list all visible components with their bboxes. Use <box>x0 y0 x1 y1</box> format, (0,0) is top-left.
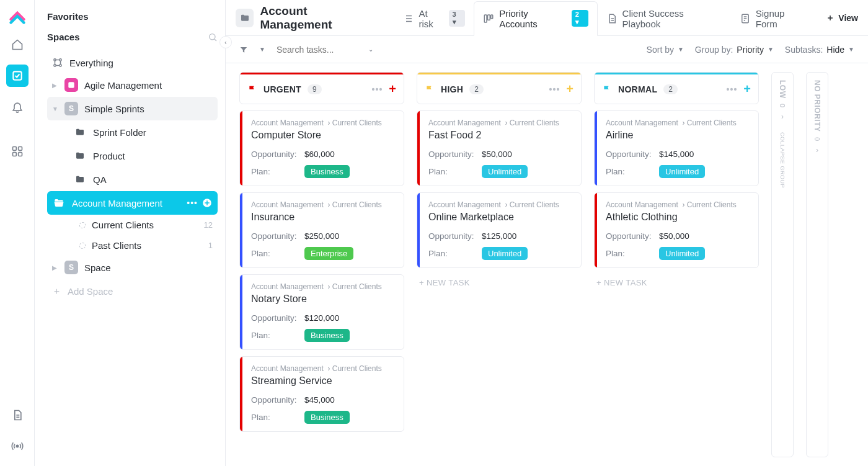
tab-badge: 3 ▾ <box>449 10 466 27</box>
task-card[interactable]: Account Management › Current Clients Air… <box>594 110 759 186</box>
add-icon[interactable] <box>202 197 213 208</box>
opportunity-value: $50,000 <box>482 150 512 159</box>
tab-badge: 2 ▾ <box>572 10 588 27</box>
document-icon[interactable] <box>6 404 29 426</box>
space-generic[interactable]: ▶ S Space <box>47 256 218 279</box>
field-label: Opportunity: <box>251 313 304 323</box>
column-add-button[interactable]: + <box>389 82 396 96</box>
field-label: Opportunity: <box>428 150 482 159</box>
subtasks-control[interactable]: Subtasks: Hide ▼ <box>785 45 854 55</box>
sidebar: Favorites Spaces Everything ▶ Agil <box>35 0 226 466</box>
card-title: Airline <box>606 130 750 141</box>
column-menu-icon[interactable]: ••• <box>549 84 560 94</box>
collapse-sidebar-button[interactable]: ‹ <box>219 36 232 48</box>
tasks-icon[interactable] <box>6 65 29 87</box>
task-card[interactable]: Account Management › Current Clients Onl… <box>417 192 582 268</box>
plan-badge: Unlimited <box>659 247 705 260</box>
opportunity-value: $60,000 <box>304 150 335 159</box>
more-icon[interactable]: ••• <box>187 198 198 208</box>
svg-rect-4 <box>18 153 22 156</box>
tab-label: At risk <box>418 8 443 29</box>
collapse-group-label: COLLAPSE GROUP <box>779 132 786 188</box>
search-icon[interactable] <box>208 32 218 42</box>
notifications-icon[interactable] <box>6 96 29 118</box>
svg-point-7 <box>54 59 56 61</box>
chevron-down-icon: ▼ <box>848 46 854 53</box>
svg-point-6 <box>210 34 215 39</box>
chevron-right-icon: › <box>781 112 784 121</box>
column-add-button[interactable]: + <box>743 82 751 96</box>
search-tasks[interactable]: ⌄ <box>277 45 401 55</box>
list-item[interactable]: Past Clients1 <box>68 235 218 256</box>
card-breadcrumb: Account Management › Current Clients <box>251 282 395 291</box>
plan-badge: Business <box>304 165 350 178</box>
everything-label: Everything <box>69 58 213 68</box>
column-count: 2 <box>663 84 678 94</box>
field-label: Plan: <box>428 249 482 258</box>
collapsed-count: 0 <box>779 104 786 107</box>
spaces-label: Spaces <box>47 32 80 42</box>
top-bar: Account Management At risk3 ▾Priority Ac… <box>226 0 868 36</box>
column-menu-icon[interactable]: ••• <box>372 84 383 94</box>
add-view-button[interactable]: ＋ View <box>826 12 858 24</box>
view-tab[interactable]: Priority Accounts2 ▾ <box>474 1 597 36</box>
apps-icon[interactable] <box>6 140 29 163</box>
column-menu-icon[interactable]: ••• <box>727 84 738 94</box>
folder-open-icon <box>52 196 66 210</box>
group-control[interactable]: Group by: Priority ▼ <box>695 45 774 55</box>
collapsed-column[interactable]: NO PRIORITY 0 › <box>806 72 828 457</box>
folder-label: Account Management <box>72 198 180 208</box>
folder-item[interactable]: Product <box>68 144 218 168</box>
task-card[interactable]: Account Management › Current Clients Ath… <box>594 192 759 268</box>
plan-badge: Unlimited <box>659 165 705 178</box>
subtasks-label: Subtasks: <box>785 45 823 55</box>
board-column: URGENT 9 ••• + Account Management › Curr… <box>239 72 404 457</box>
task-card[interactable]: Account Management › Current Clients Com… <box>239 110 404 186</box>
chevron-down-icon[interactable]: ⌄ <box>368 46 373 53</box>
collapsed-column[interactable]: LOW 0 › COLLAPSE GROUP <box>771 72 794 457</box>
broadcast-icon[interactable] <box>6 435 29 457</box>
card-breadcrumb: Account Management › Current Clients <box>428 119 572 127</box>
chevron-down-icon[interactable]: ▼ <box>259 46 265 53</box>
view-tab[interactable]: Signup Form <box>731 1 817 35</box>
new-task-button[interactable]: + NEW TASK <box>594 274 759 291</box>
field-label: Opportunity: <box>251 395 304 405</box>
spaces-header[interactable]: Spaces <box>47 32 218 42</box>
app-logo[interactable] <box>9 7 26 25</box>
svg-rect-1 <box>12 147 16 151</box>
everything-item[interactable]: Everything <box>47 52 218 73</box>
favorites-header[interactable]: Favorites <box>47 11 218 22</box>
task-card[interactable]: Account Management › Current Clients Fas… <box>417 110 582 186</box>
list-item[interactable]: Current Clients12 <box>68 215 218 235</box>
card-title: Computer Store <box>251 130 395 141</box>
task-card[interactable]: Account Management › Current Clients Ins… <box>239 192 404 268</box>
folder-item[interactable]: QA <box>68 168 218 191</box>
task-card[interactable]: Account Management › Current Clients Str… <box>239 356 404 432</box>
plus-icon: ＋ <box>826 12 835 24</box>
task-card[interactable]: Account Management › Current Clients Not… <box>239 274 404 350</box>
column-title: URGENT <box>264 84 301 94</box>
space-agile[interactable]: ▶ Agile Management <box>47 73 218 97</box>
add-space-button[interactable]: ＋ Add Space <box>47 279 218 303</box>
view-tab[interactable]: At risk3 ▾ <box>394 1 474 35</box>
space-simple-sprints[interactable]: ▼ S Simple Sprints <box>47 97 218 120</box>
card-breadcrumb: Account Management › Current Clients <box>606 119 750 127</box>
new-task-button[interactable]: + NEW TASK <box>417 274 582 291</box>
search-input[interactable] <box>277 45 363 55</box>
opportunity-value: $50,000 <box>659 231 689 241</box>
filter-icon[interactable] <box>239 45 248 54</box>
flag-icon <box>247 84 257 94</box>
folder-item[interactable]: Sprint Folder <box>68 120 218 144</box>
column-add-button[interactable]: + <box>566 82 574 96</box>
svg-rect-13 <box>484 15 487 22</box>
plan-badge: Business <box>304 411 350 424</box>
sort-control[interactable]: Sort by ▼ <box>647 45 684 55</box>
folder-account-management[interactable]: Account Management ••• <box>47 191 218 215</box>
view-tab[interactable]: Client Success Playbook <box>598 1 731 35</box>
card-title: Online Marketplace <box>428 212 572 223</box>
field-label: Plan: <box>251 331 304 340</box>
caret-icon: ▶ <box>52 82 58 89</box>
opportunity-value: $250,000 <box>304 231 339 241</box>
home-icon[interactable] <box>6 34 29 56</box>
card-title: Notary Store <box>251 293 395 305</box>
